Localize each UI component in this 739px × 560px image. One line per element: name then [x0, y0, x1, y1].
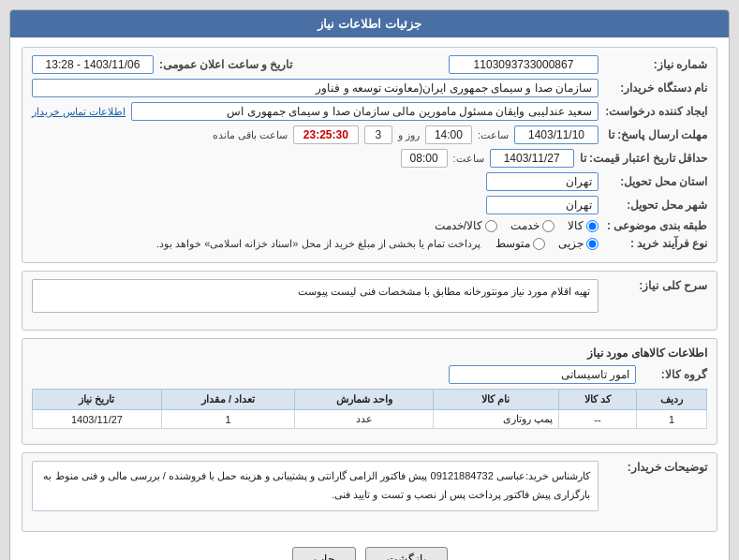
nav-jozii[interactable]: جزیی — [558, 237, 599, 250]
mohlat-countdown: 23:25:30 — [293, 125, 359, 144]
nav-label: نوع فرآیند خرید : — [604, 237, 707, 250]
cell-tedad: 1 — [161, 410, 294, 429]
description-label: توضیحات خریدار: — [604, 461, 707, 474]
action-buttons: بازگشت چاپ — [22, 539, 717, 560]
hadaqal-date: 1403/11/27 — [490, 149, 574, 168]
goroh-value: امور تاسیساتی — [449, 365, 636, 384]
kala-info-title: اطلاعات کالاهای مورد نیاز — [32, 346, 707, 360]
shahr-value: تهران — [486, 196, 599, 214]
tabaqe-kala[interactable]: کالا — [568, 219, 599, 232]
sharh-label: سرح کلی نیاز: — [604, 279, 707, 292]
shomare-niaz-label: شماره نیاز: — [604, 58, 707, 71]
tabaqe-radio-group: کالا خدمت کالا/خدمت — [435, 219, 599, 232]
nam-dastgah-label: نام دستگاه خریدار: — [604, 81, 707, 95]
goroh-label: گروه کالا: — [642, 368, 707, 381]
back-button[interactable]: بازگشت — [365, 547, 448, 560]
hadaqal-saat: 08:00 — [401, 149, 448, 168]
ostan-label: استان محل تحویل: — [604, 175, 707, 188]
col-vahed: واحد شمارش — [295, 390, 434, 410]
mohlat-mande-label: ساعت باقی مانده — [213, 129, 288, 141]
mohlat-saat-label: ساعت: — [478, 129, 509, 141]
mohlat-date: 1403/11/10 — [514, 125, 599, 144]
tarikh-value: 1403/11/06 - 13:28 — [32, 55, 154, 74]
nav-note: پرداخت تمام یا بخشی از مبلغ خرید از محل … — [156, 238, 480, 250]
ostan-value: تهران — [486, 172, 599, 191]
page-title: جزئیات اطلاعات نیاز — [10, 10, 729, 37]
cell-name: پمپ روتاری — [434, 410, 559, 429]
mohlat-rooz: 3 — [364, 125, 392, 144]
description-value: کارشناس خرید:عباسی 09121884732 پیش فاکتو… — [32, 461, 599, 511]
hadaqal-label: حداقل تاریخ اعتبار قیمت: تا — [580, 152, 707, 165]
col-radif: ردیف — [637, 390, 707, 410]
col-tedad: تعداد / مقدار — [161, 390, 294, 410]
tamas-link[interactable]: اطلاعات تماس خریدار — [32, 106, 126, 118]
tabaqe-label: طبقه بندی موضوعی : — [604, 219, 707, 232]
print-button[interactable]: چاپ — [292, 547, 356, 560]
mohlat-rooz-label: روز و — [398, 129, 420, 141]
col-tarikh: تاریخ نیاز — [33, 390, 162, 410]
shahr-label: شهر محل تحویل: — [604, 199, 707, 212]
hadaqal-saat-label: ساعت: — [453, 153, 484, 165]
items-table: ردیف کد کالا نام کالا واحد شمارش تعداد /… — [32, 389, 707, 429]
cell-radif: 1 — [637, 410, 707, 429]
nav-radio-group: جزیی متوسط — [495, 237, 599, 250]
sharh-value: تهیه اقلام مورد نیاز مونتورخانه مطابق با… — [32, 279, 599, 313]
col-kod: کد کالا — [558, 390, 636, 410]
tarikh-label: تاریخ و ساعت اعلان عمومی: — [159, 58, 292, 71]
ijad-konande-value: سعید عندلیبی وایقان مسئول مامورین مالی س… — [131, 102, 599, 121]
tabaqe-khedmat[interactable]: خدمت — [510, 219, 554, 232]
tabaqe-kala-khedmat[interactable]: کالا/خدمت — [435, 219, 497, 232]
shomare-niaz-value: 1103093733000867 — [449, 55, 599, 74]
cell-tarikh: 1403/11/27 — [33, 410, 162, 429]
nam-dastgah-value: سازمان صدا و سیمای جمهوری ایران(معاونت ت… — [32, 79, 599, 97]
mohlat-ersal-label: مهلت ارسال پاسخ: تا — [604, 128, 707, 141]
nav-motavasset[interactable]: متوسط — [495, 237, 545, 250]
ijad-konande-label: ایجاد کننده درخواست: — [604, 105, 707, 118]
cell-kod: -- — [558, 410, 636, 429]
cell-vahed: عدد — [295, 410, 434, 429]
table-row: 1 -- پمپ روتاری عدد 1 1403/11/27 — [33, 410, 707, 429]
col-name: نام کالا — [434, 390, 559, 410]
mohlat-saat: 14:00 — [425, 125, 472, 144]
